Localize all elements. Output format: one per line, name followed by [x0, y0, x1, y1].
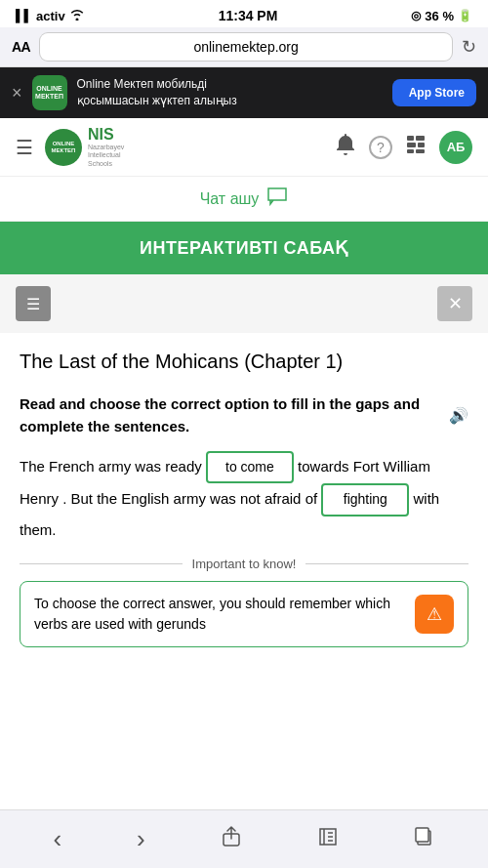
- grid-icon[interactable]: [406, 135, 426, 159]
- battery-icon: 🔋: [458, 9, 472, 22]
- banner-close-button[interactable]: ×: [12, 83, 22, 103]
- lesson-header: ИНТЕРАКТИВТІ САБАҚ: [0, 222, 488, 274]
- important-line-left: [20, 563, 183, 564]
- svg-rect-8: [416, 828, 428, 842]
- chat-icon: [266, 186, 288, 211]
- speaker-icon[interactable]: 🔊: [449, 404, 468, 428]
- lesson-header-title: ИНТЕРАКТИВТІ САБАҚ: [140, 238, 348, 258]
- lesson-toolbar: ☰ ✕: [0, 274, 488, 333]
- nis-subtitle-1: Nazarbayev: [88, 144, 124, 151]
- svg-rect-0: [407, 136, 414, 141]
- back-button[interactable]: ‹: [43, 820, 71, 858]
- reload-button[interactable]: ↻: [462, 36, 476, 58]
- forward-button[interactable]: ›: [127, 820, 155, 858]
- lesson-close-icon: ✕: [448, 293, 463, 314]
- banner-description: Online Мектеп мобильді қосымшасын жүктеп…: [77, 76, 383, 109]
- bottom-nav: ‹ ›: [0, 809, 488, 868]
- sentence1-before: The French army was ready: [20, 458, 202, 475]
- status-time: 11:34 PM: [219, 8, 278, 23]
- task-instruction-text: Read and choose the correct option to fi…: [20, 393, 443, 437]
- warning-button[interactable]: ⚠: [415, 595, 454, 634]
- nav-logo-line2: МЕКТЕП: [52, 147, 76, 154]
- location-icon: ◎: [411, 9, 421, 22]
- battery-label: 36 %: [425, 9, 454, 23]
- scrollable-content: ИНТЕРАКТИВТІ САБАҚ ☰ ✕ The Last of the M…: [0, 222, 488, 730]
- text-size-button[interactable]: AA: [12, 39, 30, 55]
- lesson-content: The Last of the Mohicans (Chapter 1) Rea…: [0, 333, 488, 662]
- copy-button[interactable]: [403, 822, 444, 857]
- app-store-banner: × ONLINE МЕКТЕП Online Мектеп мобильді қ…: [0, 67, 488, 118]
- lesson-menu-button[interactable]: ☰: [16, 286, 51, 321]
- banner-text-line1: Online Мектеп мобильді: [77, 76, 383, 93]
- nis-subtitle-2: Intellectual: [88, 151, 124, 159]
- status-right: ◎ 36 % 🔋: [411, 9, 472, 23]
- status-left: ▌▌ activ: [16, 9, 85, 23]
- wifi-icon: [69, 9, 85, 23]
- book-icon: [317, 826, 339, 847]
- forward-icon: ›: [137, 824, 145, 853]
- svg-rect-1: [416, 136, 425, 141]
- online-mektep-logo: ONLINE МЕКТЕП: [45, 129, 82, 166]
- lesson-close-button[interactable]: ✕: [437, 286, 472, 321]
- user-avatar[interactable]: АБ: [439, 131, 472, 164]
- task-instruction: Read and choose the correct option to fi…: [20, 393, 468, 437]
- nav-bar: ☰ ONLINE МЕКТЕП NIS Nazarbayev Intellect…: [0, 118, 488, 177]
- banner-text-line2: қосымшасын жүктеп алыңыз: [77, 93, 383, 109]
- blank-1[interactable]: to come: [206, 451, 294, 483]
- chat-label: Чат ашу: [200, 190, 260, 208]
- nav-menu-icon[interactable]: ☰: [16, 136, 33, 159]
- banner-logo-text-line1: ONLINE: [36, 85, 61, 93]
- status-bar: ▌▌ activ 11:34 PM ◎ 36 % 🔋: [0, 0, 488, 27]
- nav-logos: ONLINE МЕКТЕП NIS Nazarbayev Intellectua…: [45, 126, 124, 168]
- copy-icon: [413, 826, 434, 847]
- important-line-right: [305, 563, 468, 564]
- app-store-label: App Store: [409, 86, 465, 100]
- task-sentence-1: The French army was ready to come toward…: [20, 451, 468, 542]
- lesson-menu-icon: ☰: [26, 295, 40, 313]
- help-icon[interactable]: ?: [369, 136, 392, 159]
- nav-logo-line1: ONLINE: [53, 141, 75, 147]
- nis-title: NIS: [88, 126, 124, 144]
- back-icon: ‹: [53, 824, 61, 853]
- banner-logo: ONLINE МЕКТЕП: [32, 75, 67, 110]
- nav-icons: ? АБ: [336, 131, 472, 164]
- bookmark-button[interactable]: [307, 822, 348, 857]
- share-icon: [221, 826, 242, 847]
- hint-text: To choose the correct answer, you should…: [34, 594, 405, 635]
- svg-rect-2: [407, 143, 416, 147]
- share-button[interactable]: [211, 822, 252, 857]
- nis-logo: NIS Nazarbayev Intellectual Schools: [88, 126, 124, 168]
- bell-icon[interactable]: [336, 134, 355, 160]
- svg-rect-3: [418, 143, 425, 147]
- lesson-title: The Last of the Mohicans (Chapter 1): [20, 349, 468, 374]
- url-bar[interactable]: onlinemektep.org: [40, 33, 452, 61]
- app-store-button[interactable]: App Store: [392, 79, 476, 106]
- chat-row[interactable]: Чат ашу: [0, 177, 488, 222]
- svg-rect-4: [407, 149, 414, 153]
- svg-rect-5: [416, 149, 425, 153]
- carrier-label: activ: [36, 9, 65, 23]
- browser-bar: AA onlinemektep.org ↻: [0, 27, 488, 67]
- hint-box: To choose the correct answer, you should…: [20, 581, 468, 647]
- blank-2[interactable]: fighting: [321, 483, 409, 516]
- nis-subtitle-3: Schools: [88, 160, 124, 168]
- warning-icon: ⚠: [427, 603, 442, 625]
- important-row: Important to know!: [20, 557, 468, 571]
- important-text: Important to know!: [192, 557, 297, 571]
- banner-logo-text-line2: МЕКТЕП: [35, 93, 63, 101]
- signal-icon: ▌▌: [16, 9, 32, 22]
